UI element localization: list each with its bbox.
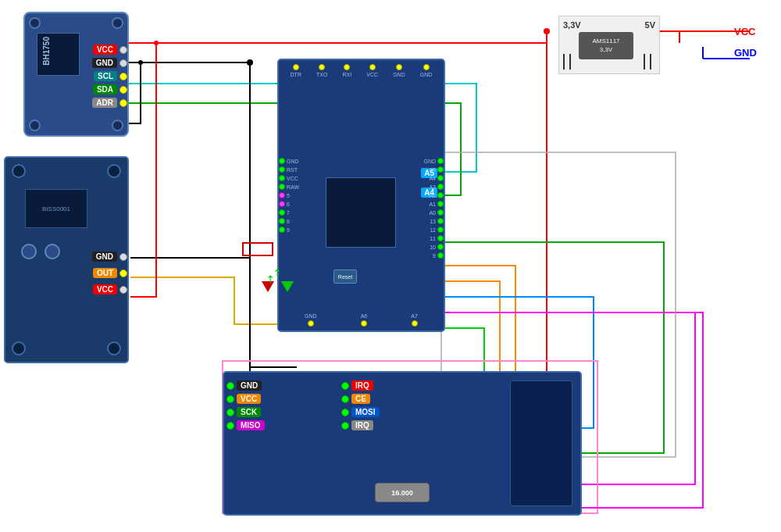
nrf-mosi-label: MOSI	[351, 407, 380, 417]
nrf-csn-label: CE	[351, 394, 370, 404]
pir-module: BISS0001 GND OUT VCC	[4, 156, 129, 363]
nrf-mosi-pin: MOSI	[341, 407, 380, 417]
resistor-symbol	[242, 242, 273, 256]
nrf24l01-module: 16.000 GND VCC SCK MISO	[223, 371, 582, 516]
svg-point-8	[247, 59, 253, 66]
bh1750-vcc-pin: VCC	[77, 45, 127, 55]
nrf-gnd-label: GND	[237, 380, 262, 391]
svg-point-6	[544, 28, 550, 34]
nrf-miso-pin: MISO	[224, 420, 265, 430]
svg-point-10	[154, 41, 159, 45]
pir-gnd-label: GND	[92, 252, 117, 262]
bh1750-gnd-pin: GND	[77, 58, 127, 68]
bh1750-sda-label: SDA	[93, 84, 117, 95]
promini-module: Pro mini Reset DTR TXO RXI VCC	[277, 59, 445, 332]
bh1750-adr-label: ADR	[92, 98, 117, 108]
bh1750-gnd-label: GND	[92, 58, 117, 68]
ams1117-voltage-in: 5V	[645, 20, 655, 30]
pir-gnd-pin: GND	[73, 252, 127, 262]
ams1117-module: 3,3V 5V AMS11173,3V	[558, 16, 660, 74]
pir-vcc-label: VCC	[93, 284, 117, 295]
vcc-power-label: VCC	[734, 26, 755, 37]
circuit-diagram: BH1750 VCC GND SCL SDA	[0, 0, 781, 532]
pir-out-label: OUT	[93, 268, 117, 278]
bh1750-scl-pin: SCL	[77, 71, 127, 81]
nrf-vcc-pin: IRQ	[341, 380, 380, 391]
pir-vcc-pin: VCC	[73, 284, 127, 295]
bh1750-sda-pin: SDA	[77, 84, 127, 95]
nrf-irq-label: IRQ	[351, 420, 373, 430]
bh1750-module: BH1750 VCC GND SCL SDA	[23, 12, 129, 137]
nrf-sck-pin: SCK	[224, 407, 265, 417]
nrf-gnd-pin: GND	[224, 380, 265, 391]
gnd-power-label: GND	[734, 47, 757, 59]
nrf-irq-pin: IRQ	[341, 420, 380, 430]
led-symbol-2	[281, 281, 294, 292]
nrf-ce-label: VCC	[237, 394, 261, 404]
ams1117-chip-label: AMS11173,3V	[592, 37, 619, 54]
svg-point-9	[138, 60, 143, 65]
nrf-vcc-label: IRQ	[351, 380, 373, 391]
pir-out-pin: OUT	[73, 268, 127, 278]
bh1750-label: BH1750	[42, 37, 51, 66]
bh1750-vcc-label: VCC	[93, 45, 117, 55]
nrf-miso-label: MISO	[237, 420, 265, 430]
bh1750-adr-pin: ADR	[77, 98, 127, 108]
ams1117-voltage-out: 3,3V	[563, 20, 581, 30]
nrf-csn-pin: CE	[341, 394, 380, 404]
nrf-ce-pin: VCC	[224, 394, 265, 404]
bh1750-scl-label: SCL	[94, 71, 117, 81]
nrf-sck-label: SCK	[237, 407, 261, 417]
